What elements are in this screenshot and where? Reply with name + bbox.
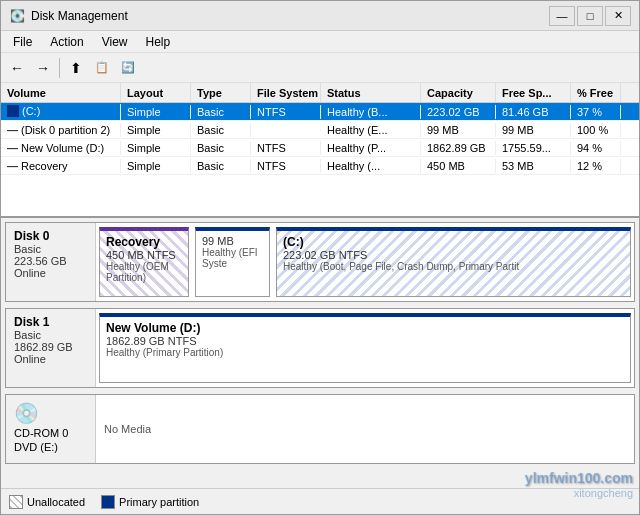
disk-0-partition-efi[interactable]: 99 MB Healthy (EFI Syste <box>195 227 270 297</box>
cell-status: Healthy (... <box>321 159 421 173</box>
table-row[interactable]: — (Disk 0 partition 2) Simple Basic Heal… <box>1 121 639 139</box>
cdrom-icon: 💿 <box>14 401 87 425</box>
title-bar: 💽 Disk Management — □ ✕ <box>1 1 639 31</box>
toolbar: ← → ⬆ 📋 🔄 <box>1 53 639 83</box>
cell-layout: Simple <box>121 141 191 155</box>
cell-volume: — Recovery <box>1 159 121 173</box>
col-header-volume[interactable]: Volume <box>1 83 121 102</box>
toolbar-refresh[interactable]: 🔄 <box>116 56 140 80</box>
partition-desc: Healthy (Primary Partition) <box>106 347 624 358</box>
disk-0-partition-c[interactable]: (C:) 223.02 GB NTFS Healthy (Boot, Page … <box>276 227 631 297</box>
disk-0-partition-recovery[interactable]: Recovery 450 MB NTFS Healthy (OEM Partit… <box>99 227 189 297</box>
table-header: Volume Layout Type File System Status Ca… <box>1 83 639 103</box>
disk-1-size: 1862.89 GB <box>14 341 87 353</box>
disk-0-label: Disk 0 Basic 223.56 GB Online <box>6 223 96 301</box>
disk-1-row: Disk 1 Basic 1862.89 GB Online New Volum… <box>5 308 635 388</box>
cell-type: Basic <box>191 123 251 137</box>
table-body: (C:) Simple Basic NTFS Healthy (B... 223… <box>1 103 639 216</box>
col-header-status[interactable]: Status <box>321 83 421 102</box>
legend-unalloc: Unallocated <box>9 495 85 509</box>
partition-size: 1862.89 GB NTFS <box>106 335 624 347</box>
cell-status: Healthy (E... <box>321 123 421 137</box>
menu-view[interactable]: View <box>94 33 136 51</box>
disk-0-size: 223.56 GB <box>14 255 87 267</box>
table-row[interactable]: — New Volume (D:) Simple Basic NTFS Heal… <box>1 139 639 157</box>
cdrom-name: CD-ROM 0 <box>14 427 87 439</box>
partition-desc: Healthy (EFI Syste <box>202 247 263 269</box>
disk-1-status: Online <box>14 353 87 365</box>
toolbar-separator <box>59 58 60 78</box>
legend-bar: Unallocated Primary partition <box>1 488 639 514</box>
col-header-freesp[interactable]: Free Sp... <box>496 83 571 102</box>
cdrom-0-row: 💿 CD-ROM 0 DVD (E:) No Media <box>5 394 635 464</box>
partition-desc: Healthy (Boot, Page File, Crash Dump, Pr… <box>283 261 624 272</box>
disk-1-partition-d[interactable]: New Volume (D:) 1862.89 GB NTFS Healthy … <box>99 313 631 383</box>
cell-status: Healthy (B... <box>321 105 421 119</box>
cell-layout: Simple <box>121 123 191 137</box>
window-controls: — □ ✕ <box>549 6 631 26</box>
partition-size: 99 MB <box>202 235 263 247</box>
col-header-type[interactable]: Type <box>191 83 251 102</box>
cdrom-content: No Media <box>96 395 634 463</box>
cell-freesp: 1755.59... <box>496 141 571 155</box>
cell-freepct: 94 % <box>571 141 621 155</box>
minimize-button[interactable]: — <box>549 6 575 26</box>
cell-capacity: 1862.89 GB <box>421 141 496 155</box>
cell-volume: — New Volume (D:) <box>1 141 121 155</box>
col-header-fs[interactable]: File System <box>251 83 321 102</box>
cell-freepct: 12 % <box>571 159 621 173</box>
partition-name: (C:) <box>283 235 624 249</box>
partition-name: New Volume (D:) <box>106 321 624 335</box>
cell-freepct: 100 % <box>571 123 621 137</box>
disk-0-type: Basic <box>14 243 87 255</box>
cell-type: Basic <box>191 159 251 173</box>
cell-fs: NTFS <box>251 105 321 119</box>
disk-1-type: Basic <box>14 329 87 341</box>
disk-0-row: Disk 0 Basic 223.56 GB Online Recovery 4… <box>5 222 635 302</box>
menu-action[interactable]: Action <box>42 33 91 51</box>
table-row[interactable]: (C:) Simple Basic NTFS Healthy (B... 223… <box>1 103 639 121</box>
close-button[interactable]: ✕ <box>605 6 631 26</box>
volume-table: Volume Layout Type File System Status Ca… <box>1 83 639 218</box>
cell-freepct: 37 % <box>571 105 621 119</box>
toolbar-properties[interactable]: 📋 <box>90 56 114 80</box>
disk-1-name: Disk 1 <box>14 315 87 329</box>
legend-primary: Primary partition <box>101 495 199 509</box>
toolbar-up[interactable]: ⬆ <box>64 56 88 80</box>
cell-volume: (C:) <box>1 104 121 120</box>
cell-status: Healthy (P... <box>321 141 421 155</box>
cdrom-drive: DVD (E:) <box>14 441 87 453</box>
partition-size: 450 MB NTFS <box>106 249 182 261</box>
toolbar-back[interactable]: ← <box>5 56 29 80</box>
partition-desc: Healthy (OEM Partition) <box>106 261 182 283</box>
cell-capacity: 450 MB <box>421 159 496 173</box>
cell-type: Basic <box>191 141 251 155</box>
menu-file[interactable]: File <box>5 33 40 51</box>
cell-capacity: 99 MB <box>421 123 496 137</box>
cell-freesp: 53 MB <box>496 159 571 173</box>
menu-bar: File Action View Help <box>1 31 639 53</box>
cell-type: Basic <box>191 105 251 119</box>
partition-size: 223.02 GB NTFS <box>283 249 624 261</box>
toolbar-forward[interactable]: → <box>31 56 55 80</box>
disk-visual-section: Disk 0 Basic 223.56 GB Online Recovery 4… <box>1 218 639 488</box>
cell-fs: NTFS <box>251 141 321 155</box>
col-header-freepct[interactable]: % Free <box>571 83 621 102</box>
window-title: Disk Management <box>31 9 128 23</box>
col-header-capacity[interactable]: Capacity <box>421 83 496 102</box>
disk-1-partitions: New Volume (D:) 1862.89 GB NTFS Healthy … <box>96 309 634 387</box>
menu-help[interactable]: Help <box>138 33 179 51</box>
cell-freesp: 81.46 GB <box>496 105 571 119</box>
cell-fs: NTFS <box>251 159 321 173</box>
cell-layout: Simple <box>121 105 191 119</box>
cell-layout: Simple <box>121 159 191 173</box>
partition-name: Recovery <box>106 235 182 249</box>
legend-primary-label: Primary partition <box>119 496 199 508</box>
maximize-button[interactable]: □ <box>577 6 603 26</box>
legend-primary-box <box>101 495 115 509</box>
disk-0-name: Disk 0 <box>14 229 87 243</box>
legend-unalloc-label: Unallocated <box>27 496 85 508</box>
legend-unalloc-box <box>9 495 23 509</box>
col-header-layout[interactable]: Layout <box>121 83 191 102</box>
table-row[interactable]: — Recovery Simple Basic NTFS Healthy (..… <box>1 157 639 175</box>
